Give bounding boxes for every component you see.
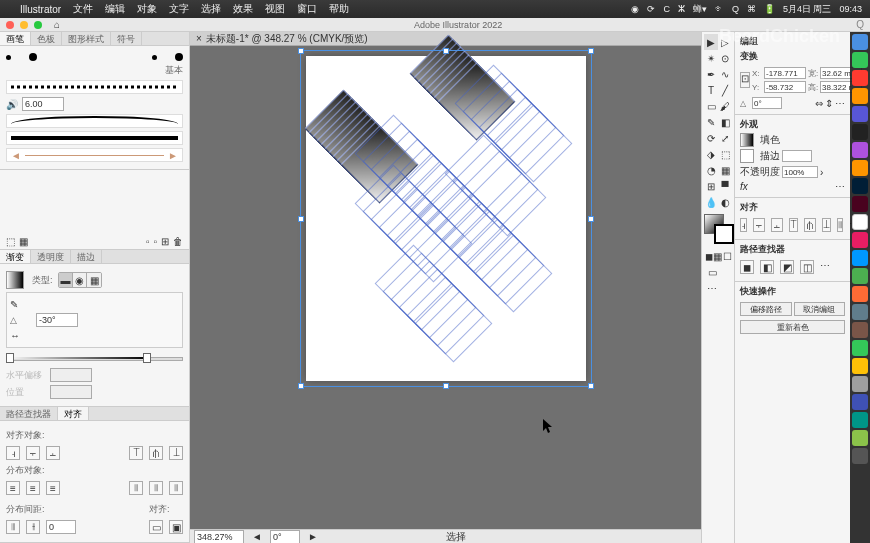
dock-app-icon[interactable] [852,340,868,356]
selection-tool[interactable]: ▶ [704,34,718,50]
brush-preset[interactable] [6,55,11,60]
wifi-icon[interactable]: ᯤ [715,4,724,14]
gradient-edit-icon[interactable]: ✎ [10,299,18,310]
panel-icon[interactable]: ⊞ [161,236,169,247]
search-icon[interactable]: Q [856,19,864,30]
menu-file[interactable]: 文件 [73,2,93,16]
minimize-window-button[interactable] [20,21,28,29]
resize-handle[interactable] [298,383,304,389]
status-icon[interactable]: ⟳ [647,4,655,14]
tab-swatches[interactable]: 色板 [31,32,62,45]
fx-label[interactable]: fx [740,181,748,192]
dist-vcenter-button[interactable]: ≡ [26,481,40,495]
dock-photoshop-icon[interactable] [852,178,868,194]
fill-stroke-indicator[interactable] [704,214,734,244]
dock-app-icon[interactable] [852,70,868,86]
rotate-tool[interactable]: ⟳ [704,130,718,146]
gradient-linear-button[interactable]: ▬ [59,273,73,287]
resize-handle[interactable] [588,383,594,389]
selection-bounding-box[interactable] [300,50,592,387]
dock-indesign-icon[interactable] [852,196,868,212]
zoom-input[interactable] [194,530,244,544]
nav-prev-icon[interactable]: ◄ [252,531,262,542]
menu-select[interactable]: 选择 [201,2,221,16]
color-mode[interactable]: ◼ [704,248,713,264]
control-center-icon[interactable]: ⌘ [747,4,756,14]
home-icon[interactable]: ⌂ [54,19,60,30]
menu-edit[interactable]: 编辑 [105,2,125,16]
pen-tool[interactable]: ✒ [704,66,718,82]
gradient-freeform-button[interactable]: ▦ [87,273,101,287]
color-mode[interactable]: ☐ [723,248,732,264]
menu-view[interactable]: 视图 [265,2,285,16]
align-left-button[interactable]: ⫞ [6,446,20,460]
brush-preset[interactable] [29,53,37,61]
resize-handle[interactable] [298,216,304,222]
mesh-tool[interactable]: ⊞ [704,178,718,194]
perspective-tool[interactable]: ▦ [718,162,732,178]
x-input[interactable] [764,67,806,79]
align-left-button[interactable]: ⫞ [740,218,747,232]
menu-window[interactable]: 窗口 [297,2,317,16]
align-vcenter-button[interactable]: ⫛ [804,218,816,232]
dist-button[interactable]: ⦀ [837,218,843,232]
dock-app-icon[interactable] [852,268,868,284]
panel-icon[interactable]: ▫ [153,236,157,247]
paintbrush-tool[interactable]: 🖌 [718,98,732,114]
y-input[interactable] [764,81,806,93]
dock-app-icon[interactable] [852,106,868,122]
dock-app-icon[interactable] [852,34,868,50]
align-right-button[interactable]: ⫠ [771,218,783,232]
maximize-window-button[interactable] [34,21,42,29]
dist-space-h-button[interactable]: ⫲ [26,520,40,534]
menu-effect[interactable]: 效果 [233,2,253,16]
dock-app-icon[interactable] [852,394,868,410]
gradient-tool[interactable]: ▀ [718,178,732,194]
align-to-artboard-button[interactable]: ▣ [169,520,183,534]
tab-graphic-styles[interactable]: 图形样式 [62,32,111,45]
tab-symbols[interactable]: 符号 [111,32,142,45]
dock-app-icon[interactable] [852,286,868,302]
status-icon[interactable]: ◉ [631,4,639,14]
dock-illustrator-icon[interactable] [852,160,868,176]
h-offset-input[interactable] [50,368,92,382]
search-icon[interactable]: Q [732,4,739,14]
align-to-selection-button[interactable]: ▭ [149,520,163,534]
app-name[interactable]: Illustrator [20,4,61,15]
brush-size-input[interactable] [22,97,64,111]
bluetooth-icon[interactable]: ⵣ [678,4,685,14]
free-transform-tool[interactable]: ⬚ [718,146,732,162]
close-tab-icon[interactable]: × [196,33,202,44]
basic-label[interactable]: 基本 [6,64,183,77]
dock-app-icon[interactable] [852,232,868,248]
tab-align[interactable]: 对齐 [58,407,89,420]
brush-stroke-preview[interactable]: ◄► [6,148,183,162]
trash-icon[interactable]: 🗑 [173,236,183,247]
spacing-input[interactable] [46,520,76,534]
tab-stroke[interactable]: 描边 [71,250,102,263]
curvature-tool[interactable]: ∿ [718,66,732,82]
tab-pathfinder[interactable]: 路径查找器 [0,407,58,420]
dock-app-icon[interactable] [852,358,868,374]
edit-toolbar[interactable]: ⋯ [704,280,720,296]
align-top-button[interactable]: ⟙ [129,446,143,460]
menu-help[interactable]: 帮助 [329,2,349,16]
dock-app-icon[interactable] [852,430,868,446]
align-top-button[interactable]: ⟙ [789,218,798,232]
tab-brushes[interactable]: 画笔 [0,32,31,45]
dist-right-button[interactable]: ⦀ [169,481,183,495]
menu-type[interactable]: 文字 [169,2,189,16]
shape-builder-tool[interactable]: ◔ [704,162,718,178]
screen-mode[interactable]: ▭ [704,264,720,280]
artboard[interactable] [306,56,586,381]
ungroup-button[interactable]: 取消编组 [794,302,846,316]
battery-icon[interactable]: 🔋 [764,4,775,14]
flip-icon[interactable]: ↔ [10,330,20,341]
brush-preset[interactable] [175,53,183,61]
brush-stroke-preview[interactable] [6,114,183,128]
dock-app-icon[interactable] [852,88,868,104]
line-tool[interactable]: ╱ [718,82,732,98]
dist-hcenter-button[interactable]: ⦀ [149,481,163,495]
type-tool[interactable]: T [704,82,718,98]
dock-app-icon[interactable] [852,250,868,266]
